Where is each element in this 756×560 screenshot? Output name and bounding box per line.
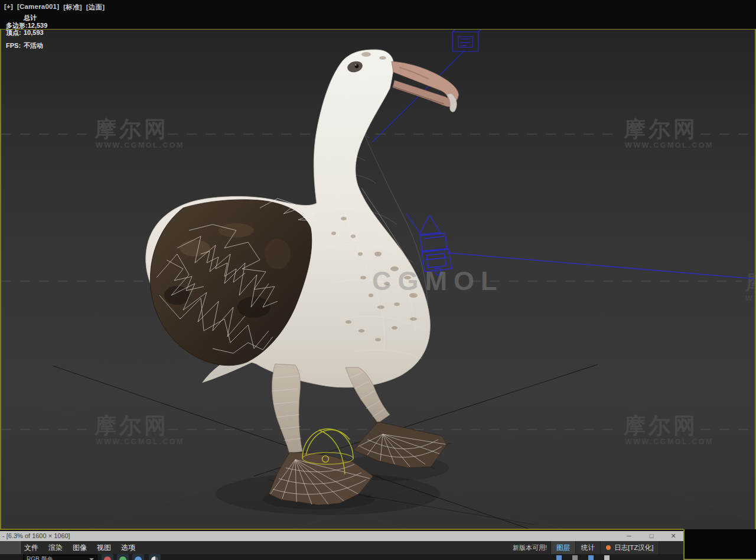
viewport-top-strip bbox=[0, 0, 756, 30]
tab-stats[interactable]: 统计 bbox=[576, 541, 601, 554]
stats-total-header: 总计 bbox=[24, 14, 37, 22]
svg-text:摩尔网: 摩尔网 bbox=[623, 117, 698, 141]
watermark-center: CGMOL bbox=[372, 266, 503, 296]
frame-buffer-toolbar: RGB 颜色 bbox=[0, 554, 683, 560]
menu-view[interactable]: 视图 bbox=[96, 543, 112, 553]
mono-channel-button[interactable] bbox=[149, 554, 161, 560]
svg-text:摩尔网: 摩尔网 bbox=[623, 414, 698, 438]
viewport-menu-pov[interactable]: [Camera001] bbox=[17, 3, 59, 12]
frame-buffer-menubar: 文件 渲染 图像 视图 选项 新版本可用! 图层 统计 日志[TZ汉化] bbox=[0, 541, 683, 554]
menu-options[interactable]: 选项 bbox=[120, 543, 136, 553]
red-channel-button[interactable] bbox=[102, 554, 113, 560]
svg-text:WWW.CGMOL.COM: WWW.CGMOL.COM bbox=[96, 141, 184, 149]
stats-vertices: 顶点:10,593 bbox=[6, 29, 47, 37]
menu-render[interactable]: 渲染 bbox=[47, 543, 64, 553]
camera-target-icon[interactable] bbox=[452, 30, 482, 51]
frame-buffer-title: - [6.3% of 1600 × 1060] bbox=[2, 531, 70, 541]
svg-text:摩尔网: 摩尔网 bbox=[745, 270, 754, 294]
log-status-dot bbox=[606, 545, 611, 550]
svg-text:WWW.CGMOL.COM: WWW.CGMOL.COM bbox=[745, 294, 754, 302]
channel-selector-dropdown[interactable]: RGB 颜色 bbox=[23, 555, 97, 560]
corner-panel bbox=[683, 529, 756, 560]
svg-text:WWW.CGMOL.COM: WWW.CGMOL.COM bbox=[625, 141, 713, 149]
frame-buffer-window: - [6.3% of 1600 × 1060] ─ □ ✕ 文件 渲染 图像 视… bbox=[0, 530, 683, 560]
menu-file[interactable]: 文件 bbox=[23, 543, 40, 553]
log-toolbar-clipped-icons bbox=[556, 555, 610, 560]
stats-fps: FPS:不活动 bbox=[6, 42, 47, 50]
svg-text:摩尔网: 摩尔网 bbox=[94, 414, 169, 438]
viewport-statistics: 总计 多边形:12,539 顶点:10,593 FPS:不活动 bbox=[6, 14, 47, 49]
close-button[interactable]: ✕ bbox=[666, 531, 681, 541]
svg-text:WWW.CGMOL.COM: WWW.CGMOL.COM bbox=[96, 438, 184, 446]
maximize-button[interactable]: □ bbox=[644, 531, 659, 541]
bird-beak bbox=[392, 61, 458, 112]
minimize-button[interactable]: ─ bbox=[621, 531, 637, 541]
tab-log[interactable]: 日志[TZ汉化] bbox=[601, 541, 659, 554]
stats-polygons: 多边形:12,539 bbox=[6, 22, 47, 30]
viewport-menu-shading[interactable]: [标准] bbox=[63, 3, 82, 12]
svg-text:WWW.CGMOL.COM: WWW.CGMOL.COM bbox=[625, 438, 713, 446]
watermark-brand: 摩尔网 bbox=[94, 117, 169, 141]
viewport-label: [+] [Camera001] [标准] [边面] bbox=[4, 3, 105, 12]
scene-canvas: 摩尔网 WWW.CGMOL.COM 摩尔网 WWW.CGMOL.COM 摩尔网 … bbox=[1, 30, 754, 529]
viewport-menu-edgedfaces[interactable]: [边面] bbox=[86, 3, 105, 12]
menu-image[interactable]: 图像 bbox=[71, 543, 88, 553]
panel-tabstrip: 图层 统计 日志[TZ汉化] bbox=[550, 541, 659, 554]
viewport-menu-general[interactable]: [+] bbox=[4, 3, 13, 12]
blue-channel-button[interactable] bbox=[132, 554, 144, 560]
tab-layers[interactable]: 图层 bbox=[551, 541, 576, 554]
application-window: 摩尔网 WWW.CGMOL.COM 摩尔网 WWW.CGMOL.COM 摩尔网 … bbox=[0, 0, 756, 560]
update-notice[interactable]: 新版本可用! bbox=[513, 543, 547, 552]
frame-buffer-titlebar[interactable]: - [6.3% of 1600 × 1060] ─ □ ✕ bbox=[0, 531, 683, 541]
green-channel-button[interactable] bbox=[117, 554, 129, 560]
viewport-scene-clip: 摩尔网 WWW.CGMOL.COM 摩尔网 WWW.CGMOL.COM 摩尔网 … bbox=[1, 30, 754, 529]
